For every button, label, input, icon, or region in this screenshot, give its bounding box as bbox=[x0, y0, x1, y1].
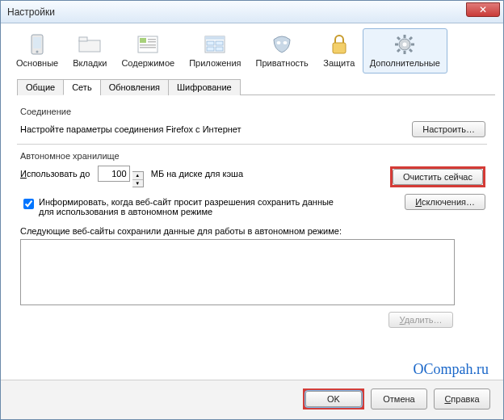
svg-rect-1 bbox=[33, 37, 41, 48]
settings-window: Настройки ✕ Основные Вкладки Содержимое bbox=[0, 0, 504, 420]
svg-line-29 bbox=[397, 49, 400, 52]
advanced-tabs: Общие Сеть Обновления Шифрование bbox=[17, 78, 495, 95]
clear-cache-now-button[interactable]: Очистить сейчас bbox=[393, 169, 483, 185]
tab-content: Соединение Настройте параметры соединени… bbox=[15, 95, 489, 358]
svg-line-26 bbox=[397, 37, 400, 40]
category-applications[interactable]: Приложения bbox=[182, 28, 248, 74]
offline-sites-listbox[interactable] bbox=[20, 239, 455, 305]
exceptions-button[interactable]: Исключения… bbox=[405, 194, 485, 210]
category-label: Содержимое bbox=[121, 58, 174, 68]
connection-description: Настройте параметры соединения Firefox с… bbox=[20, 124, 242, 134]
category-advanced[interactable]: Дополнительные bbox=[363, 28, 447, 74]
category-label: Вкладки bbox=[73, 58, 107, 68]
category-label: Основные bbox=[16, 58, 58, 68]
tab-updates[interactable]: Обновления bbox=[100, 79, 169, 95]
cancel-button[interactable]: Отмена bbox=[371, 388, 427, 410]
svg-point-17 bbox=[277, 41, 281, 44]
category-privacy[interactable]: Приватность bbox=[249, 28, 316, 74]
mask-icon bbox=[270, 32, 294, 57]
folder-icon bbox=[78, 32, 102, 57]
svg-rect-12 bbox=[205, 36, 225, 40]
category-general[interactable]: Основные bbox=[9, 28, 65, 74]
tab-general[interactable]: Общие bbox=[17, 79, 64, 95]
offline-sites-label: Следующие веб-сайты сохранили данные для… bbox=[20, 226, 487, 236]
category-toolbar: Основные Вкладки Содержимое Приложения П… bbox=[1, 23, 503, 74]
category-label: Приложения bbox=[189, 58, 241, 68]
svg-rect-15 bbox=[207, 47, 214, 51]
gear-icon bbox=[393, 32, 417, 57]
svg-rect-19 bbox=[333, 43, 346, 53]
close-button[interactable]: ✕ bbox=[466, 2, 500, 17]
svg-point-21 bbox=[403, 43, 407, 47]
svg-line-28 bbox=[410, 37, 412, 40]
cache-size-spinner[interactable]: ▲▼ bbox=[132, 171, 144, 187]
tab-network[interactable]: Сеть bbox=[63, 79, 100, 95]
storage-group-label: Автономное хранилище bbox=[20, 151, 487, 161]
watermark-text: OCompah.ru bbox=[1, 358, 503, 380]
category-label: Защита bbox=[323, 58, 355, 68]
chevron-up-icon: ▲ bbox=[132, 172, 143, 180]
svg-rect-10 bbox=[140, 47, 156, 48]
svg-rect-13 bbox=[207, 41, 214, 45]
svg-rect-14 bbox=[216, 41, 223, 45]
window-title: Настройки bbox=[7, 6, 55, 18]
divider bbox=[17, 144, 487, 145]
chevron-down-icon: ▼ bbox=[132, 180, 143, 187]
svg-line-27 bbox=[410, 49, 412, 52]
close-icon: ✕ bbox=[479, 4, 487, 15]
category-tabs[interactable]: Вкладки bbox=[65, 28, 114, 74]
configure-connection-button[interactable]: Настроить… bbox=[412, 121, 485, 137]
svg-point-18 bbox=[284, 41, 288, 44]
content-icon bbox=[136, 32, 160, 57]
cache-size-row: Использовать до ▲▼ МБ на диске для кэша bbox=[20, 166, 243, 187]
category-security[interactable]: Защита bbox=[316, 28, 363, 74]
svg-rect-7 bbox=[148, 39, 156, 40]
svg-rect-8 bbox=[148, 41, 156, 43]
category-label: Дополнительные bbox=[370, 58, 440, 68]
titlebar[interactable]: Настройки ✕ bbox=[1, 1, 503, 23]
category-label: Приватность bbox=[256, 58, 309, 68]
svg-rect-16 bbox=[216, 47, 223, 51]
phone-icon bbox=[25, 32, 49, 57]
help-button[interactable]: Справка bbox=[434, 388, 490, 410]
tab-encryption[interactable]: Шифрование bbox=[168, 79, 241, 95]
delete-site-button: Удалить… bbox=[388, 312, 453, 328]
ok-button[interactable]: OK bbox=[305, 391, 362, 407]
inform-offline-checkbox[interactable] bbox=[23, 199, 34, 209]
connection-group-label: Соединение bbox=[20, 107, 487, 116]
svg-point-2 bbox=[36, 51, 39, 53]
svg-rect-9 bbox=[140, 44, 156, 46]
svg-rect-6 bbox=[140, 38, 146, 43]
svg-rect-3 bbox=[79, 40, 100, 52]
cache-size-input[interactable] bbox=[98, 166, 130, 182]
inform-offline-label: Информировать, когда веб-сайт просит раз… bbox=[39, 197, 346, 216]
dialog-footer: OK Отмена Справка bbox=[1, 380, 503, 419]
lock-icon bbox=[327, 32, 351, 57]
cache-size-suffix: МБ на диске для кэша bbox=[151, 169, 243, 178]
category-content[interactable]: Содержимое bbox=[114, 28, 182, 74]
svg-rect-4 bbox=[79, 37, 87, 41]
applications-icon bbox=[203, 32, 227, 57]
